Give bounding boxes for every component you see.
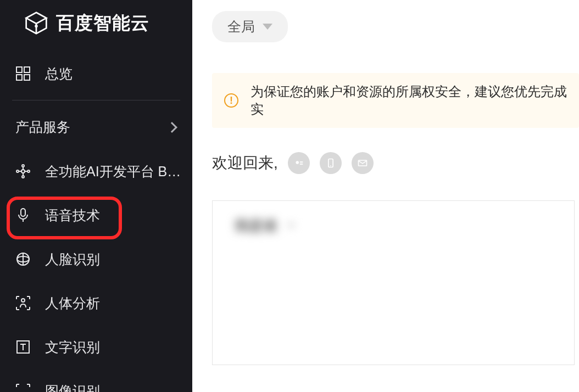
svg-rect-4 (24, 67, 30, 72)
face-icon (15, 251, 31, 267)
svg-rect-27 (300, 164, 303, 165)
card-header-blurred[interactable]: 我是谁 (213, 201, 574, 251)
text-icon (15, 339, 31, 355)
sidebar-item-ocr[interactable]: 文字识别 (0, 325, 192, 369)
sidebar-item-face[interactable]: 人脸识别 (0, 237, 192, 281)
svg-point-7 (21, 170, 25, 173)
sidebar-item-label: 语音技术 (45, 206, 181, 225)
svg-rect-5 (16, 75, 22, 80)
sidebar: 百度智能云 总览 产品服务 (0, 0, 192, 392)
welcome-row: 欢迎回来, (212, 152, 579, 174)
chevron-right-icon (166, 122, 177, 133)
svg-point-2 (35, 25, 38, 28)
svg-point-25 (296, 161, 299, 164)
sidebar-item-speech[interactable]: 语音技术 (0, 193, 192, 237)
svg-rect-3 (16, 67, 22, 72)
sidebar-item-image[interactable]: 图像识别 (0, 369, 192, 392)
welcome-greeting: 欢迎回来, (212, 153, 278, 173)
nav-overview[interactable]: 总览 (0, 52, 192, 96)
info-card: 我是谁 (212, 200, 575, 365)
divider (12, 100, 180, 100)
sidebar-item-body[interactable]: 人体分析 (0, 281, 192, 325)
sidebar-item-label: 图像识别 (45, 382, 181, 393)
alert-text: 为保证您的账户和资源的所属权安全，建议您优先完成实 (250, 83, 567, 118)
brand-name: 百度智能云 (56, 11, 149, 36)
svg-point-21 (21, 299, 25, 302)
svg-point-8 (16, 170, 19, 172)
scope-selector[interactable]: 全局 (212, 11, 288, 42)
grid-icon (15, 66, 31, 81)
chevron-down-icon (287, 223, 295, 228)
chevron-down-icon (263, 24, 272, 30)
phone-icon[interactable] (320, 152, 342, 174)
body-icon (15, 295, 31, 311)
svg-point-11 (22, 176, 24, 178)
card-title: 我是谁 (235, 216, 277, 236)
warning-icon: ! (224, 93, 238, 108)
svg-rect-16 (21, 209, 25, 216)
mail-icon[interactable] (352, 152, 374, 174)
scope-label: 全局 (227, 18, 255, 36)
nav-overview-label: 总览 (45, 65, 181, 83)
sidebar-item-ai-platform[interactable]: 全功能AI开发平台 B… (0, 149, 192, 193)
mic-icon (15, 208, 31, 223)
sidebar-item-label: 文字识别 (45, 338, 181, 356)
security-alert: ! 为保证您的账户和资源的所属权安全，建议您优先完成实 (212, 73, 579, 128)
ai-platform-icon (15, 164, 31, 179)
svg-rect-26 (300, 161, 303, 163)
nav-section-products[interactable]: 产品服务 (0, 105, 192, 149)
sidebar-nav: 总览 产品服务 全功能AI开发平台 B… (0, 52, 192, 392)
brand-logo[interactable]: 百度智能云 (0, 0, 192, 52)
sidebar-item-label: 人脸识别 (45, 250, 181, 268)
cube-logo-icon (24, 11, 48, 35)
svg-point-10 (22, 165, 24, 167)
id-card-icon[interactable] (288, 152, 310, 174)
svg-point-9 (27, 170, 30, 172)
main-content: 全局 ! 为保证您的账户和资源的所属权安全，建议您优先完成实 欢迎回来, 我是谁 (192, 0, 579, 392)
image-icon (15, 383, 31, 392)
section-label: 产品服务 (15, 118, 70, 136)
svg-marker-0 (26, 13, 47, 24)
sidebar-item-label: 全功能AI开发平台 B… (45, 163, 181, 181)
svg-rect-6 (24, 75, 30, 80)
sidebar-item-label: 人体分析 (45, 294, 181, 312)
